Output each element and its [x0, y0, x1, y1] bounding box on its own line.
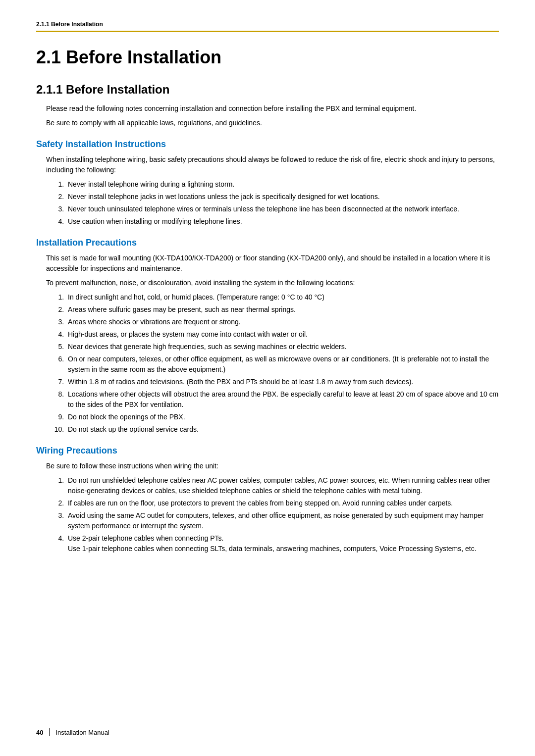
- top-bar: 2.1.1 Before Installation: [36, 20, 499, 32]
- safety-list: Never install telephone wiring during a …: [66, 179, 499, 227]
- list-item: Do not run unshielded telephone cables n…: [66, 475, 499, 496]
- section-title: 2.1.1 Before Installation: [36, 83, 499, 97]
- list-item: On or near computers, telexes, or other …: [66, 354, 499, 375]
- wiring-content: Be sure to follow these instructions whe…: [46, 461, 499, 554]
- list-item: Do not block the openings of the PBX.: [66, 412, 499, 422]
- page-number: 40: [36, 729, 43, 736]
- list-item: If cables are run on the floor, use prot…: [66, 498, 499, 508]
- intro-p2: Be sure to comply with all applicable la…: [46, 118, 499, 128]
- section-intro: Please read the following notes concerni…: [46, 103, 499, 128]
- installation-para1: This set is made for wall mounting (KX-T…: [46, 253, 499, 274]
- list-item: Never install telephone wiring during a …: [66, 179, 499, 190]
- list-item: High-dust areas, or places the system ma…: [66, 329, 499, 340]
- safety-section: Safety Installation Instructions When in…: [36, 139, 499, 227]
- list-item: Within 1.8 m of radios and televisions. …: [66, 377, 499, 387]
- footer: 40 Installation Manual: [36, 728, 109, 736]
- wiring-list: Do not run unshielded telephone cables n…: [66, 475, 499, 554]
- chapter-title: 2.1 Before Installation: [36, 47, 499, 68]
- wiring-title: Wiring Precautions: [36, 446, 499, 456]
- page: 2.1.1 Before Installation 2.1 Before Ins…: [0, 0, 535, 756]
- footer-divider: [49, 728, 50, 736]
- safety-para: When installing telephone wiring, basic …: [46, 154, 499, 175]
- installation-list: In direct sunlight and hot, cold, or hum…: [66, 292, 499, 435]
- installation-content: This set is made for wall mounting (KX-T…: [46, 253, 499, 435]
- installation-para2: To prevent malfunction, noise, or discol…: [46, 278, 499, 288]
- installation-title: Installation Precautions: [36, 238, 499, 248]
- list-item: Use 2-pair telephone cables when connect…: [66, 533, 499, 554]
- list-item: Use caution when installing or modifying…: [66, 216, 499, 227]
- wiring-section: Wiring Precautions Be sure to follow the…: [36, 446, 499, 554]
- intro-p1: Please read the following notes concerni…: [46, 103, 499, 114]
- list-item: Never touch uninsulated telephone wires …: [66, 204, 499, 214]
- list-item: Areas where shocks or vibrations are fre…: [66, 317, 499, 327]
- wiring-para: Be sure to follow these instructions whe…: [46, 461, 499, 471]
- list-item: Do not stack up the optional service car…: [66, 424, 499, 435]
- list-item: In direct sunlight and hot, cold, or hum…: [66, 292, 499, 302]
- safety-content: When installing telephone wiring, basic …: [46, 154, 499, 227]
- list-item: Never install telephone jacks in wet loc…: [66, 192, 499, 202]
- list-item: Areas where sulfuric gases may be presen…: [66, 304, 499, 315]
- list-item: Locations where other objects will obstr…: [66, 389, 499, 410]
- breadcrumb: 2.1.1 Before Installation: [36, 21, 103, 28]
- list-item: Near devices that generate high frequenc…: [66, 342, 499, 352]
- installation-section: Installation Precautions This set is mad…: [36, 238, 499, 435]
- footer-label: Installation Manual: [55, 729, 109, 736]
- safety-title: Safety Installation Instructions: [36, 139, 499, 150]
- list-item: Avoid using the same AC outlet for compu…: [66, 510, 499, 531]
